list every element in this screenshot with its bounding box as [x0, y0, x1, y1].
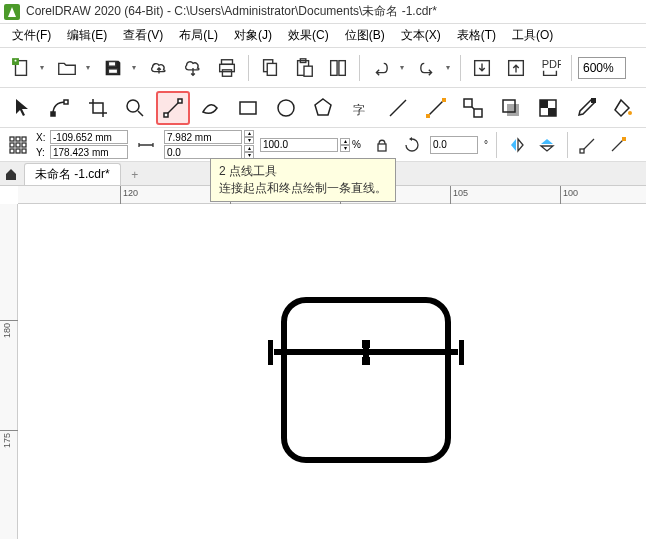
- open-icon[interactable]: [52, 53, 82, 83]
- menu-effect[interactable]: 效果(C): [280, 25, 337, 46]
- outline-start-icon[interactable]: [576, 133, 600, 157]
- svg-rect-53: [459, 360, 464, 365]
- height-stepper[interactable]: ▴▾: [244, 145, 254, 159]
- open-dropdown[interactable]: ▾: [86, 63, 94, 72]
- line-tool-icon[interactable]: [381, 91, 415, 125]
- undo-icon[interactable]: [366, 53, 396, 83]
- svg-rect-8: [267, 63, 276, 75]
- artistic-media-icon[interactable]: [194, 91, 228, 125]
- drop-shadow-icon[interactable]: [494, 91, 528, 125]
- svg-rect-46: [284, 300, 448, 460]
- svg-rect-56: [363, 348, 369, 357]
- rectangle-tool-icon[interactable]: [231, 91, 265, 125]
- print-icon[interactable]: [212, 53, 242, 83]
- svg-point-23: [278, 100, 294, 116]
- undo-dropdown[interactable]: ▾: [400, 63, 408, 72]
- transparency-icon[interactable]: [531, 91, 565, 125]
- ruler-vertical[interactable]: 180175: [0, 204, 18, 539]
- copy-icon[interactable]: [255, 53, 285, 83]
- svg-rect-48: [268, 344, 273, 362]
- canvas[interactable]: [18, 204, 646, 539]
- svg-rect-26: [442, 98, 446, 102]
- svg-point-33: [628, 111, 632, 115]
- angle-field[interactable]: [430, 136, 478, 154]
- clipboard-icon[interactable]: [323, 53, 353, 83]
- x-field[interactable]: [50, 130, 128, 144]
- shape-tool-icon[interactable]: [44, 91, 78, 125]
- height-field[interactable]: [164, 145, 242, 159]
- scalex-stepper[interactable]: ▴▾: [340, 138, 350, 152]
- rotation-icon: [400, 133, 424, 157]
- dimension-tool-icon[interactable]: [456, 91, 490, 125]
- save-icon[interactable]: [98, 53, 128, 83]
- zoom-tool-icon[interactable]: [119, 91, 153, 125]
- svg-rect-41: [16, 149, 20, 153]
- svg-rect-54: [362, 340, 370, 348]
- redo-icon[interactable]: [412, 53, 442, 83]
- menu-bitmap[interactable]: 位图(B): [337, 25, 393, 46]
- svg-point-19: [127, 100, 139, 112]
- lock-ratio-icon[interactable]: [370, 133, 394, 157]
- menu-edit[interactable]: 编辑(E): [59, 25, 115, 46]
- svg-rect-37: [10, 143, 14, 147]
- save-dropdown[interactable]: ▾: [132, 63, 140, 72]
- menu-view[interactable]: 查看(V): [115, 25, 171, 46]
- two-point-line-tool-icon[interactable]: [156, 91, 190, 125]
- svg-rect-55: [362, 357, 370, 365]
- eyedropper-icon[interactable]: [569, 91, 603, 125]
- svg-rect-50: [268, 340, 273, 345]
- svg-rect-43: [378, 144, 386, 151]
- toolbox: 字: [0, 88, 646, 128]
- cloud-save-icon[interactable]: [178, 53, 208, 83]
- svg-rect-17: [51, 112, 55, 116]
- home-icon[interactable]: [0, 163, 22, 185]
- svg-rect-13: [339, 60, 345, 75]
- add-tab-icon[interactable]: +: [125, 165, 145, 185]
- fill-tool-icon[interactable]: [607, 91, 641, 125]
- svg-rect-4: [222, 59, 233, 64]
- svg-rect-2: [108, 61, 115, 66]
- menu-tools[interactable]: 工具(O): [504, 25, 561, 46]
- svg-rect-51: [268, 360, 273, 365]
- mirror-v-icon[interactable]: [535, 133, 559, 157]
- svg-rect-39: [22, 143, 26, 147]
- svg-rect-27: [464, 99, 472, 107]
- menu-object[interactable]: 对象(J): [226, 25, 280, 46]
- svg-text:字: 字: [353, 103, 365, 117]
- document-tab[interactable]: 未命名 -1.cdr*: [24, 163, 121, 185]
- outline-end-icon[interactable]: [606, 133, 630, 157]
- app-logo-icon: [4, 4, 20, 20]
- redo-dropdown[interactable]: ▾: [446, 63, 454, 72]
- svg-rect-45: [622, 137, 626, 141]
- menu-layout[interactable]: 布局(L): [171, 25, 226, 46]
- property-bar: X: Y: ▴▾ ▴▾ ▴▾% °: [0, 128, 646, 162]
- svg-rect-22: [240, 102, 256, 114]
- menu-table[interactable]: 表格(T): [449, 25, 504, 46]
- width-stepper[interactable]: ▴▾: [244, 130, 254, 144]
- new-doc-icon[interactable]: [6, 53, 36, 83]
- width-field[interactable]: [164, 130, 242, 144]
- ellipse-tool-icon[interactable]: [269, 91, 303, 125]
- pick-tool-icon[interactable]: [6, 91, 40, 125]
- y-field[interactable]: [50, 145, 128, 159]
- cloud-open-icon[interactable]: [144, 53, 174, 83]
- pdf-icon[interactable]: PDF: [535, 53, 565, 83]
- connector-tool-icon[interactable]: [419, 91, 453, 125]
- text-tool-icon[interactable]: 字: [344, 91, 378, 125]
- zoom-field[interactable]: 600%: [578, 57, 626, 79]
- mirror-h-icon[interactable]: [505, 133, 529, 157]
- polygon-tool-icon[interactable]: [306, 91, 340, 125]
- crop-tool-icon[interactable]: [81, 91, 115, 125]
- menu-file[interactable]: 文件(F): [4, 25, 59, 46]
- svg-rect-6: [222, 69, 231, 75]
- svg-rect-3: [108, 68, 117, 73]
- svg-rect-35: [16, 137, 20, 141]
- drawn-shape[interactable]: [266, 292, 466, 475]
- y-label: Y:: [36, 147, 48, 158]
- scalex-field[interactable]: [260, 138, 338, 152]
- new-dropdown[interactable]: ▾: [40, 63, 48, 72]
- export-icon[interactable]: [501, 53, 531, 83]
- paste-icon[interactable]: [289, 53, 319, 83]
- menu-text[interactable]: 文本(X): [393, 25, 449, 46]
- import-icon[interactable]: [467, 53, 497, 83]
